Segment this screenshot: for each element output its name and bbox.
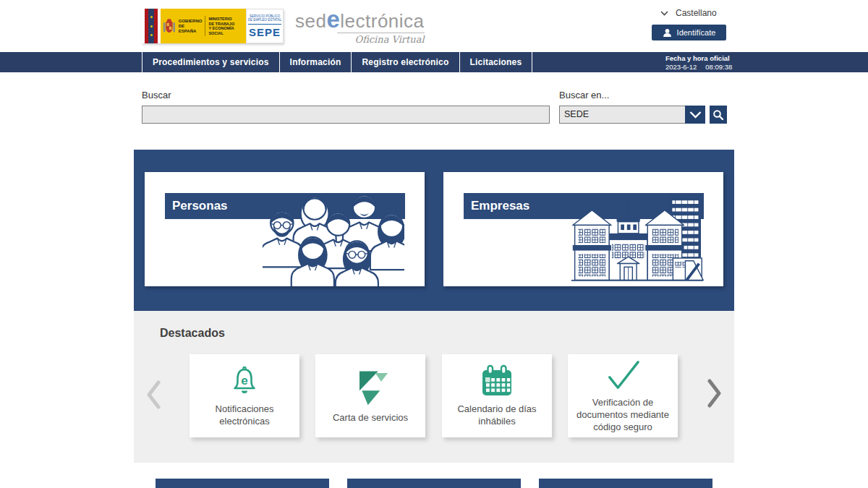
chevron-down-icon — [689, 111, 702, 119]
brand-accent-e: e — [326, 6, 340, 33]
personas-card[interactable]: Personas — [145, 172, 425, 286]
sepe-acronym: SEPE — [249, 26, 281, 38]
language-label: Castellano — [676, 8, 717, 18]
search-button[interactable] — [710, 106, 727, 124]
ministerio-label: MINISTERIO DE TRABAJO Y ECONOMÍA SOCIAL — [208, 17, 244, 35]
chevron-right-icon[interactable] — [707, 379, 723, 408]
nav-item-registro[interactable]: Registro electrónico — [352, 52, 459, 72]
featured-section: Destacados e Notificaciones electrónicas… — [134, 311, 734, 463]
sepe-logo: SERVICIO PÚBLICO DE EMPLEO ESTATAL SEPE — [246, 9, 284, 43]
search-icon — [712, 109, 724, 121]
search-scope-select[interactable]: SEDE — [559, 106, 705, 124]
gobierno-label: GOBIERNO DE ESPAÑA — [179, 19, 203, 34]
featured-title: Destacados — [160, 327, 225, 340]
nav-item-licitaciones[interactable]: Licitaciones — [460, 52, 533, 72]
chevron-down-icon — [660, 11, 668, 16]
identify-button[interactable]: Identifícate — [652, 25, 726, 40]
chevron-left-icon[interactable] — [145, 380, 161, 409]
section-header-bar — [156, 479, 329, 488]
featured-card-notificaciones[interactable]: e Notificaciones electrónicas — [190, 354, 299, 437]
search-scope-label: Buscar en... — [559, 90, 609, 100]
main-navbar: Procedimientos y servicios Información R… — [0, 52, 868, 72]
featured-card-verificacion[interactable]: Verificación de documentos mediante códi… — [568, 354, 678, 437]
sede-electronica-logo[interactable]: sedelectrónica Oficina Virtual — [295, 8, 425, 45]
featured-card-carta-servicios[interactable]: Carta de servicios — [315, 354, 425, 437]
official-datetime: Fecha y hora oficial 2023-6-1208:09:38 — [665, 54, 732, 71]
empresas-card[interactable]: Empresas — [443, 172, 723, 286]
calendar-icon — [480, 364, 514, 398]
coat-of-arms-icon — [163, 15, 176, 37]
nav-item-procedimientos[interactable]: Procedimientos y servicios — [142, 52, 280, 72]
search-input[interactable] — [142, 106, 550, 124]
section-header-bar — [347, 479, 521, 488]
government-logo[interactable]: GOBIERNO DE ESPAÑA MINISTERIO DE TRABAJO… — [142, 9, 284, 43]
brand-tagline: Oficina Virtual — [337, 33, 425, 45]
buildings-illustration — [569, 191, 706, 285]
nav-item-informacion[interactable]: Información — [280, 52, 352, 72]
person-icon — [663, 28, 672, 38]
official-date: 2023-6-12 — [665, 63, 697, 71]
sepe-service-label: SERVICIO PÚBLICO DE EMPLEO ESTATAL — [248, 14, 282, 25]
check-icon — [604, 359, 642, 391]
svg-text:e: e — [241, 374, 247, 388]
section-header-bar — [539, 479, 712, 488]
language-selector[interactable]: Castellano — [660, 8, 717, 18]
sepe-sede-homepage: GOBIERNO DE ESPAÑA MINISTERIO DE TRABAJO… — [0, 0, 868, 488]
featured-card-calendario[interactable]: Calendario de días inhábiles — [442, 354, 552, 437]
official-time: 08:09:38 — [705, 63, 732, 71]
people-illustration — [263, 184, 404, 286]
spain-flag-icon — [142, 9, 161, 43]
triangles-icon — [352, 369, 388, 406]
bell-e-icon: e — [228, 364, 261, 398]
select-chevron — [685, 106, 705, 124]
search-label: Buscar — [142, 90, 171, 100]
hero-panel: Personas — [134, 150, 734, 311]
